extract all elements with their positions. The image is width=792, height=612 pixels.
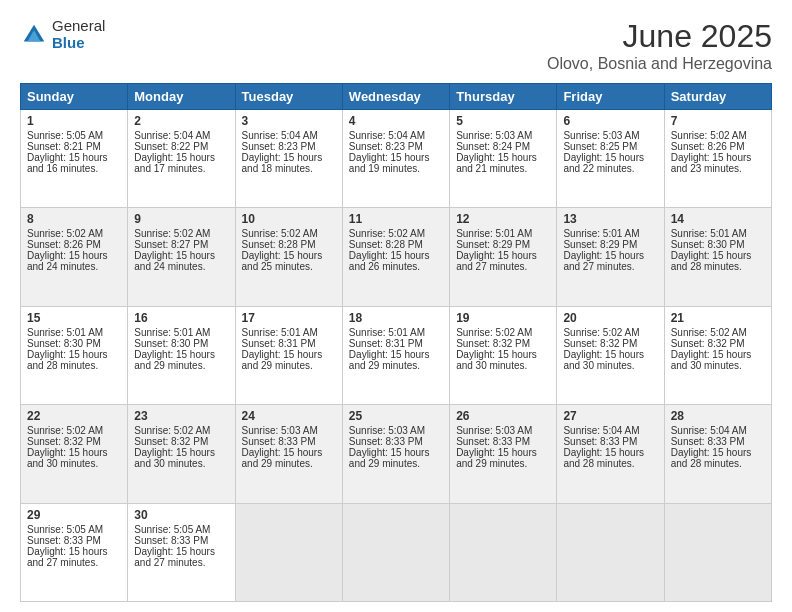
sunrise-text: Sunrise: 5:04 AM: [242, 130, 318, 141]
table-row: [450, 503, 557, 601]
table-row: 25Sunrise: 5:03 AMSunset: 8:33 PMDayligh…: [342, 405, 449, 503]
header-friday: Friday: [557, 84, 664, 110]
sunset-text: Sunset: 8:27 PM: [134, 239, 208, 250]
daylight-text: Daylight: 15 hours and 23 minutes.: [671, 152, 752, 174]
sunrise-text: Sunrise: 5:04 AM: [563, 425, 639, 436]
calendar-row: 22Sunrise: 5:02 AMSunset: 8:32 PMDayligh…: [21, 405, 772, 503]
daylight-text: Daylight: 15 hours and 30 minutes.: [456, 349, 537, 371]
daylight-text: Daylight: 15 hours and 25 minutes.: [242, 250, 323, 272]
day-number: 6: [563, 114, 657, 128]
daylight-text: Daylight: 15 hours and 26 minutes.: [349, 250, 430, 272]
table-row: 2Sunrise: 5:04 AMSunset: 8:22 PMDaylight…: [128, 110, 235, 208]
daylight-text: Daylight: 15 hours and 29 minutes.: [242, 349, 323, 371]
table-row: 6Sunrise: 5:03 AMSunset: 8:25 PMDaylight…: [557, 110, 664, 208]
daylight-text: Daylight: 15 hours and 21 minutes.: [456, 152, 537, 174]
daylight-text: Daylight: 15 hours and 30 minutes.: [134, 447, 215, 469]
sunrise-text: Sunrise: 5:04 AM: [134, 130, 210, 141]
header-thursday: Thursday: [450, 84, 557, 110]
table-row: 29Sunrise: 5:05 AMSunset: 8:33 PMDayligh…: [21, 503, 128, 601]
daylight-text: Daylight: 15 hours and 29 minutes.: [456, 447, 537, 469]
daylight-text: Daylight: 15 hours and 28 minutes.: [563, 447, 644, 469]
header-tuesday: Tuesday: [235, 84, 342, 110]
table-row: 23Sunrise: 5:02 AMSunset: 8:32 PMDayligh…: [128, 405, 235, 503]
sunset-text: Sunset: 8:33 PM: [134, 535, 208, 546]
sunrise-text: Sunrise: 5:04 AM: [671, 425, 747, 436]
daylight-text: Daylight: 15 hours and 29 minutes.: [349, 447, 430, 469]
day-number: 16: [134, 311, 228, 325]
day-number: 20: [563, 311, 657, 325]
table-row: 20Sunrise: 5:02 AMSunset: 8:32 PMDayligh…: [557, 306, 664, 404]
sunrise-text: Sunrise: 5:05 AM: [134, 524, 210, 535]
day-number: 22: [27, 409, 121, 423]
sunrise-text: Sunrise: 5:04 AM: [349, 130, 425, 141]
table-row: 17Sunrise: 5:01 AMSunset: 8:31 PMDayligh…: [235, 306, 342, 404]
day-number: 15: [27, 311, 121, 325]
sunrise-text: Sunrise: 5:01 AM: [563, 228, 639, 239]
daylight-text: Daylight: 15 hours and 30 minutes.: [563, 349, 644, 371]
day-number: 30: [134, 508, 228, 522]
day-number: 29: [27, 508, 121, 522]
day-number: 12: [456, 212, 550, 226]
sunrise-text: Sunrise: 5:01 AM: [671, 228, 747, 239]
table-row: 11Sunrise: 5:02 AMSunset: 8:28 PMDayligh…: [342, 208, 449, 306]
sunset-text: Sunset: 8:28 PM: [349, 239, 423, 250]
logo-icon: [20, 21, 48, 49]
sunset-text: Sunset: 8:33 PM: [563, 436, 637, 447]
location-title: Olovo, Bosnia and Herzegovina: [547, 55, 772, 73]
daylight-text: Daylight: 15 hours and 24 minutes.: [27, 250, 108, 272]
day-number: 25: [349, 409, 443, 423]
calendar-header-row: Sunday Monday Tuesday Wednesday Thursday…: [21, 84, 772, 110]
table-row: 1Sunrise: 5:05 AMSunset: 8:21 PMDaylight…: [21, 110, 128, 208]
sunset-text: Sunset: 8:33 PM: [456, 436, 530, 447]
sunrise-text: Sunrise: 5:02 AM: [134, 228, 210, 239]
table-row: 22Sunrise: 5:02 AMSunset: 8:32 PMDayligh…: [21, 405, 128, 503]
logo-text: General Blue: [52, 18, 105, 51]
month-title: June 2025: [547, 18, 772, 55]
sunrise-text: Sunrise: 5:03 AM: [456, 425, 532, 436]
table-row: 13Sunrise: 5:01 AMSunset: 8:29 PMDayligh…: [557, 208, 664, 306]
sunrise-text: Sunrise: 5:03 AM: [456, 130, 532, 141]
daylight-text: Daylight: 15 hours and 28 minutes.: [671, 447, 752, 469]
day-number: 27: [563, 409, 657, 423]
calendar-row: 15Sunrise: 5:01 AMSunset: 8:30 PMDayligh…: [21, 306, 772, 404]
table-row: [342, 503, 449, 601]
day-number: 3: [242, 114, 336, 128]
table-row: 12Sunrise: 5:01 AMSunset: 8:29 PMDayligh…: [450, 208, 557, 306]
sunset-text: Sunset: 8:26 PM: [27, 239, 101, 250]
table-row: 26Sunrise: 5:03 AMSunset: 8:33 PMDayligh…: [450, 405, 557, 503]
sunset-text: Sunset: 8:33 PM: [671, 436, 745, 447]
table-row: [664, 503, 771, 601]
daylight-text: Daylight: 15 hours and 27 minutes.: [456, 250, 537, 272]
day-number: 17: [242, 311, 336, 325]
table-row: 18Sunrise: 5:01 AMSunset: 8:31 PMDayligh…: [342, 306, 449, 404]
calendar-row: 1Sunrise: 5:05 AMSunset: 8:21 PMDaylight…: [21, 110, 772, 208]
daylight-text: Daylight: 15 hours and 27 minutes.: [134, 546, 215, 568]
sunset-text: Sunset: 8:30 PM: [671, 239, 745, 250]
sunset-text: Sunset: 8:29 PM: [456, 239, 530, 250]
table-row: [235, 503, 342, 601]
sunset-text: Sunset: 8:33 PM: [349, 436, 423, 447]
sunset-text: Sunset: 8:28 PM: [242, 239, 316, 250]
sunset-text: Sunset: 8:24 PM: [456, 141, 530, 152]
sunset-text: Sunset: 8:23 PM: [242, 141, 316, 152]
table-row: 30Sunrise: 5:05 AMSunset: 8:33 PMDayligh…: [128, 503, 235, 601]
day-number: 5: [456, 114, 550, 128]
table-row: 9Sunrise: 5:02 AMSunset: 8:27 PMDaylight…: [128, 208, 235, 306]
logo: General Blue: [20, 18, 105, 51]
title-section: June 2025 Olovo, Bosnia and Herzegovina: [547, 18, 772, 73]
daylight-text: Daylight: 15 hours and 28 minutes.: [27, 349, 108, 371]
table-row: 28Sunrise: 5:04 AMSunset: 8:33 PMDayligh…: [664, 405, 771, 503]
sunset-text: Sunset: 8:22 PM: [134, 141, 208, 152]
sunrise-text: Sunrise: 5:02 AM: [349, 228, 425, 239]
day-number: 18: [349, 311, 443, 325]
daylight-text: Daylight: 15 hours and 27 minutes.: [563, 250, 644, 272]
page: General Blue June 2025 Olovo, Bosnia and…: [0, 0, 792, 612]
table-row: 27Sunrise: 5:04 AMSunset: 8:33 PMDayligh…: [557, 405, 664, 503]
sunset-text: Sunset: 8:30 PM: [27, 338, 101, 349]
daylight-text: Daylight: 15 hours and 28 minutes.: [671, 250, 752, 272]
day-number: 10: [242, 212, 336, 226]
sunset-text: Sunset: 8:26 PM: [671, 141, 745, 152]
daylight-text: Daylight: 15 hours and 30 minutes.: [671, 349, 752, 371]
table-row: 4Sunrise: 5:04 AMSunset: 8:23 PMDaylight…: [342, 110, 449, 208]
day-number: 11: [349, 212, 443, 226]
